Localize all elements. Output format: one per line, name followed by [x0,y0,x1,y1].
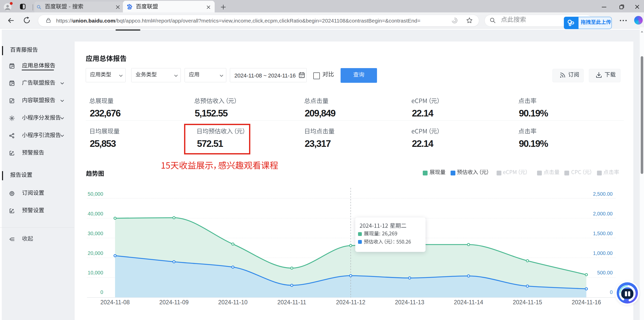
svg-text:du: du [128,7,131,9]
